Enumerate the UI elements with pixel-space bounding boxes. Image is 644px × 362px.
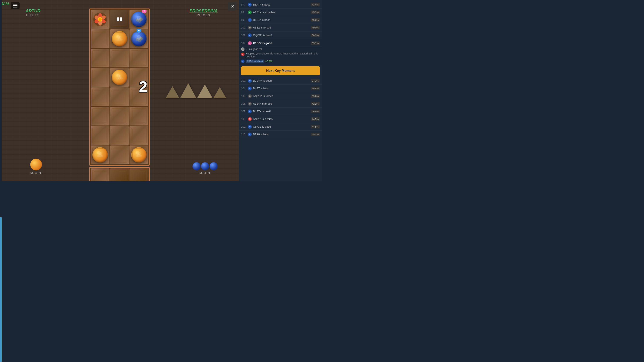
- moves-list[interactable]: 97. ★ B8A7* is best! 43.4% 98. ✓ A1B1x i…: [239, 0, 322, 181]
- cell-b-1-2: [110, 169, 129, 181]
- orange-piece-2: [112, 31, 127, 46]
- x-icon: ✕: [241, 52, 244, 56]
- move-item-106[interactable]: 106. ◉ A1B4* is forced 42.2%: [239, 100, 322, 108]
- move-text-110: B7A8 is best!: [253, 133, 311, 136]
- move-item-102[interactable]: 102. ♥ C1B2x is good 39.1%: [239, 39, 322, 47]
- move-num-105: 105.: [241, 95, 248, 98]
- hamburger-line: [13, 7, 18, 7]
- cell-8-2: [110, 146, 129, 164]
- move-icon-100: ◉: [248, 26, 252, 29]
- cell-4-1: [91, 68, 110, 87]
- close-button[interactable]: ✕: [228, 2, 237, 11]
- move-icon-102: ♥: [248, 41, 252, 45]
- svg-point-4: [98, 20, 102, 25]
- detail-diff: +0.9%: [265, 60, 272, 62]
- move-item-99[interactable]: 99. ★ B1B4* is best! 45.3%: [239, 16, 322, 24]
- cell-5-2: [110, 87, 129, 106]
- move-item-109[interactable]: 109. ★ C@C3 is best! 44.5%: [239, 123, 322, 131]
- globe-icon: [241, 47, 244, 51]
- move-item-105[interactable]: 105. ◉ A@A1* is forced 39.6%: [239, 92, 322, 100]
- orange-piece-8b: [131, 147, 146, 163]
- player-right-name: Proserpina: [190, 8, 218, 13]
- move-item-97[interactable]: 97. ★ B8A7* is best! 43.4%: [239, 1, 322, 8]
- menu-button[interactable]: [11, 2, 20, 9]
- blue-piece-2: [131, 31, 146, 46]
- move-text-101: C@C1* is best!: [253, 34, 311, 37]
- bottom-board: [89, 167, 150, 181]
- move-icon-110: ★: [248, 133, 252, 136]
- move-icon-101: ★: [248, 33, 252, 37]
- next-key-moment-button[interactable]: Next Key Moment: [241, 66, 320, 75]
- cell-6-2: [110, 107, 129, 126]
- player-left-sub: Pieces: [26, 13, 40, 17]
- game-area: 61% ✕ arTUr Pieces Proserpina Pieces: [0, 0, 239, 181]
- cell-2-2: [110, 29, 129, 48]
- move-score-104: 38.4%: [311, 87, 320, 90]
- move-num-103: 103.: [241, 79, 248, 82]
- move-num-104: 104.: [241, 87, 248, 90]
- svg-point-2: [100, 15, 106, 21]
- move-num-98: 98.: [241, 11, 248, 14]
- score-left: Score: [30, 159, 42, 175]
- move-num-101: 101.: [241, 34, 248, 37]
- move-item-110[interactable]: 110. ★ B7A8 is best! 45.1%: [239, 131, 322, 138]
- cell-8-3: [130, 146, 148, 164]
- move-icon-106: ◉: [248, 102, 252, 106]
- move-num-102: 102.: [241, 42, 248, 45]
- cell-6-1: [91, 107, 110, 126]
- move-icon-108: ✕: [248, 117, 252, 121]
- move-text-108: A@A2 is a miss: [253, 117, 311, 121]
- move-text-97: B8A7* is best!: [253, 3, 311, 6]
- move-item-102-container[interactable]: 102. ♥ C1B2x is good 39.1% 2 is a good r…: [239, 39, 322, 65]
- move-num-106: 106.: [241, 102, 248, 105]
- player-right-label: Proserpina Pieces: [190, 8, 218, 17]
- move-text-98: A1B1x is excellent: [253, 11, 311, 14]
- svg-point-8: [98, 18, 102, 21]
- triangles-area: [166, 83, 226, 98]
- detail-best-alt: C2B1 was best: [246, 60, 264, 63]
- svg-point-3: [100, 18, 106, 24]
- move-score-106: 42.2%: [311, 102, 320, 106]
- move-item-108[interactable]: 108. ✕ A@A2 is a miss 44.5%: [239, 115, 322, 123]
- dice-number: 2: [139, 78, 147, 96]
- hamburger-line: [13, 5, 18, 6]
- move-score-102: 39.1%: [311, 41, 320, 45]
- cell-7-2: [110, 126, 129, 145]
- move-text-105: A@A1* is forced: [253, 94, 311, 98]
- move-item-104[interactable]: 104. ★ B4B7 is best! 38.4%: [239, 85, 322, 92]
- cell-b-1-1: [91, 169, 110, 181]
- move-score-100: 40.0%: [311, 26, 320, 29]
- move-icon-105: ◉: [248, 94, 252, 98]
- cell-6-3: [130, 107, 148, 126]
- move-icon-98: ✓: [248, 10, 252, 14]
- move-item-107[interactable]: 107. ★ B4B7x is best! 46.0%: [239, 108, 322, 115]
- move-num-100: 100.: [241, 26, 248, 29]
- move-score-103: 37.3%: [311, 79, 320, 83]
- detail-text-1: 2 is a good roll: [246, 48, 262, 51]
- score-right: Score: [192, 162, 218, 175]
- star-icon-sm: ★: [241, 60, 244, 63]
- cell-7-1: [91, 126, 110, 145]
- move-text-100: A3B2 is forced: [253, 26, 311, 29]
- orange-piece-4: [112, 70, 127, 85]
- cell-1-1: [91, 10, 110, 29]
- detail-row-2: ✕ Keeping your piece safe is more import…: [239, 51, 322, 59]
- move-icon-104: ★: [248, 87, 252, 90]
- move-score-105: 39.6%: [311, 94, 320, 98]
- move-icon-97: ★: [248, 3, 252, 6]
- move-item-101[interactable]: 101. ★ C@C1* is best! 38.3%: [239, 31, 322, 39]
- cell-3-2: [110, 49, 129, 67]
- cell-1-2: [110, 10, 129, 29]
- move-item-98[interactable]: 98. ✓ A1B1x is excellent 45.3%: [239, 8, 322, 16]
- move-score-97: 43.4%: [311, 3, 320, 6]
- flower-piece: [92, 12, 108, 27]
- move-item-103[interactable]: 103. ★ B2B4x* is best! 37.3%: [239, 77, 322, 85]
- score-ball-left: [30, 159, 42, 170]
- cell-5-1: [91, 87, 110, 106]
- score-ball-right-2: [201, 162, 209, 170]
- detail-row-1: 2 is a good roll: [239, 47, 322, 51]
- move-item-100[interactable]: 100. ◉ A3B2 is forced 40.0%: [239, 24, 322, 31]
- move-text-106: A1B4* is forced: [253, 102, 311, 105]
- cell-2-1: [91, 29, 110, 48]
- cell-1-3: ♥: [130, 10, 148, 29]
